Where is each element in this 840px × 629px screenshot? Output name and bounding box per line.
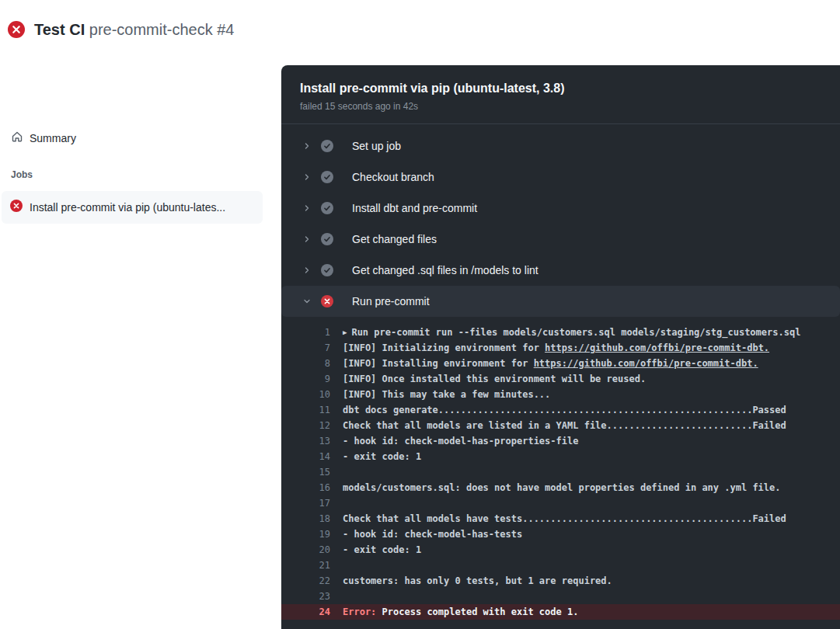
log-line: 20- exit code: 1 <box>281 542 840 558</box>
log-line-number[interactable]: 14 <box>281 449 330 464</box>
log-line: 1▶Run pre-commit run --files models/cust… <box>281 325 840 340</box>
log-line-text: - hook id: check-model-has-tests <box>343 526 522 542</box>
x-circle-icon <box>8 21 25 41</box>
log-line-number[interactable]: 20 <box>281 542 330 558</box>
log-line-number[interactable]: 7 <box>281 340 330 356</box>
job-panel-header: Install pre-commit via pip (ubuntu-lates… <box>281 65 840 124</box>
step-row-run-pre-commit[interactable]: Run pre-commit <box>281 286 840 317</box>
play-triangle-icon[interactable]: ▶ <box>343 328 347 336</box>
run-name: pre-commit-check #4 <box>89 21 235 38</box>
chevron-right-icon[interactable] <box>302 141 312 151</box>
log-line-number[interactable]: 17 <box>281 495 330 511</box>
chevron-right-icon[interactable] <box>302 203 312 213</box>
step-row-set-up-job[interactable]: Set up job <box>281 130 840 162</box>
log-output: 1▶Run pre-commit run --files models/cust… <box>281 317 840 620</box>
log-line-number[interactable]: 22 <box>281 573 330 589</box>
log-line-number[interactable]: 8 <box>281 356 330 371</box>
log-line: 24Error: Process completed with exit cod… <box>281 604 840 620</box>
check-circle-icon <box>321 233 343 245</box>
check-circle-icon <box>321 140 343 152</box>
step-row-checkout-branch[interactable]: Checkout branch <box>281 162 840 193</box>
sidebar-item-job[interactable]: Install pre-commit via pip (ubuntu-lates… <box>2 191 263 224</box>
log-line: 15 <box>281 464 840 480</box>
log-line-text: dbt docs generate.......................… <box>343 402 786 418</box>
log-line: 17 <box>281 495 840 511</box>
log-line-text: customers: has only 0 tests, but 1 are r… <box>343 573 612 589</box>
jobs-heading: Jobs <box>11 169 33 180</box>
check-circle-icon <box>321 171 343 183</box>
log-line: 14- exit code: 1 <box>281 449 840 464</box>
log-line-number[interactable]: 10 <box>281 387 330 402</box>
log-line-number[interactable]: 11 <box>281 402 330 418</box>
log-line: 16models/customers.sql: does not have mo… <box>281 480 840 495</box>
step-label: Set up job <box>352 140 401 152</box>
check-circle-icon <box>321 264 343 276</box>
log-line-text: - hook id: check-model-has-properties-fi… <box>343 433 578 449</box>
log-line: 18Check that all models have tests......… <box>281 511 840 526</box>
log-line-text: Error: Process completed with exit code … <box>343 604 578 620</box>
log-line: 13- hook id: check-model-has-properties-… <box>281 433 840 449</box>
log-line: 9[INFO] Once installed this environment … <box>281 371 840 387</box>
log-line: 8[INFO] Installing environment for https… <box>281 356 840 371</box>
log-line-text: [INFO] Installing environment for https:… <box>343 356 758 371</box>
log-line-text: ▶Run pre-commit run --files models/custo… <box>343 325 800 340</box>
home-icon <box>11 130 23 146</box>
log-line: 12Check that all models are listed in a … <box>281 418 840 433</box>
job-log-panel: Install pre-commit via pip (ubuntu-lates… <box>281 65 840 629</box>
steps-list: Set up jobCheckout branchInstall dbt and… <box>281 124 840 317</box>
log-line: 7[INFO] Initializing environment for htt… <box>281 340 840 356</box>
log-line-number[interactable]: 13 <box>281 433 330 449</box>
log-link[interactable]: https://github.com/offbi/pre-commit-dbt. <box>545 342 769 353</box>
step-row-install-dbt-and-pre-commit[interactable]: Install dbt and pre-commit <box>281 193 840 224</box>
log-line-number[interactable]: 18 <box>281 511 330 526</box>
job-status-text: failed 15 seconds ago in 42s <box>300 101 821 112</box>
log-line-text: Check that all models have tests........… <box>343 511 786 526</box>
log-line-number[interactable]: 12 <box>281 418 330 433</box>
step-label: Checkout branch <box>352 171 434 183</box>
sidebar: Summary Jobs Install pre-commit via pip … <box>0 59 281 629</box>
log-line: 10[INFO] This may take a few minutes... <box>281 387 840 402</box>
step-label: Install dbt and pre-commit <box>352 202 477 214</box>
step-label: Get changed .sql files in /models to lin… <box>352 264 539 276</box>
log-line: 21 <box>281 558 840 573</box>
x-circle-icon <box>321 295 343 308</box>
log-line: 19- hook id: check-model-has-tests <box>281 526 840 542</box>
log-line-text: models/customers.sql: does not have mode… <box>343 480 781 495</box>
log-line-text: [INFO] Initializing environment for http… <box>343 340 769 356</box>
step-label: Run pre-commit <box>352 295 430 308</box>
log-line: 22customers: has only 0 tests, but 1 are… <box>281 573 840 589</box>
job-label: Install pre-commit via pip (ubuntu-lates… <box>30 201 225 214</box>
step-row-get-changed-sql-files-in-models-to-lint[interactable]: Get changed .sql files in /models to lin… <box>281 255 840 286</box>
log-line-number[interactable]: 1 <box>281 325 330 340</box>
sidebar-item-summary[interactable]: Summary <box>11 130 76 146</box>
log-line-text: [INFO] This may take a few minutes... <box>343 387 550 402</box>
log-line-number[interactable]: 19 <box>281 526 330 542</box>
log-line-number[interactable]: 16 <box>281 480 330 495</box>
error-label: Error: <box>343 606 382 617</box>
log-line: 23 <box>281 589 840 604</box>
log-line-text: [INFO] Once installed this environment w… <box>343 371 646 387</box>
workflow-name: Test CI <box>34 21 85 38</box>
chevron-right-icon[interactable] <box>302 172 312 182</box>
log-line-number[interactable]: 23 <box>281 589 330 604</box>
log-line-text: - exit code: 1 <box>343 542 421 558</box>
step-label: Get changed files <box>352 233 437 245</box>
error-message: Process completed with exit code 1. <box>382 606 579 617</box>
log-line: 11dbt docs generate.....................… <box>281 402 840 418</box>
log-line-number[interactable]: 21 <box>281 558 330 573</box>
log-line-text: - exit code: 1 <box>343 449 421 464</box>
run-header: Test CI pre-commit-check #4 <box>0 0 840 59</box>
step-row-get-changed-files[interactable]: Get changed files <box>281 224 840 255</box>
log-line-number[interactable]: 24 <box>281 604 330 620</box>
log-link[interactable]: https://github.com/offbi/pre-commit-dbt. <box>534 358 758 369</box>
page-title: Test CI pre-commit-check #4 <box>34 20 234 39</box>
job-title: Install pre-commit via pip (ubuntu-lates… <box>300 81 821 96</box>
log-line-number[interactable]: 15 <box>281 464 330 480</box>
chevron-right-icon[interactable] <box>302 266 312 275</box>
chevron-right-icon[interactable] <box>302 235 312 244</box>
log-line-text: Check that all models are listed in a YA… <box>343 418 786 433</box>
x-circle-icon <box>10 200 23 215</box>
log-line-number[interactable]: 9 <box>281 371 330 387</box>
chevron-down-icon[interactable] <box>302 297 312 306</box>
check-circle-icon <box>321 202 343 214</box>
